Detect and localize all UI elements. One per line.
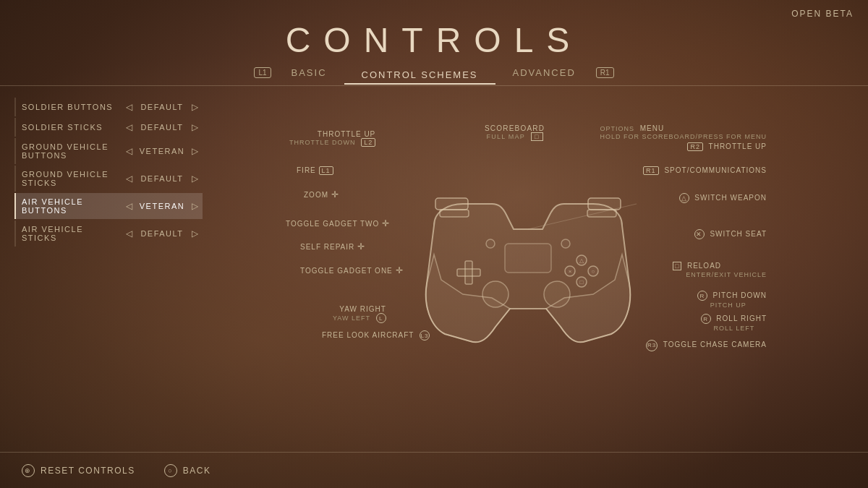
svg-rect-5 [457,269,480,276]
label-self-repair: SELF REPAIR ✛ [300,241,365,252]
label-pitch: R PITCH DOWN PITCH UP [697,291,767,309]
bottom-bar: ⊕ RESET CONTROLS ○ BACK [0,452,868,488]
menu-item-air-vehicle-sticks[interactable]: AIR VEHICLE STICKS ◁ DEFAULT ▷ [14,221,203,247]
svg-point-17 [561,239,570,248]
arrow-left-avs[interactable]: ◁ [126,228,132,239]
svg-text:□: □ [580,279,584,286]
svg-point-14 [482,281,509,307]
controller-diagram: △ ○ × □ [282,117,774,421]
svg-text:○: ○ [592,268,595,275]
arrow-right-avs[interactable]: ▷ [192,228,198,239]
label-yaw: YAW RIGHTYAW LEFT L [333,305,386,323]
label-roll: R ROLL RIGHT ROLL LEFT [701,314,767,332]
label-throttle: THROTTLE UPTHROTTLE DOWN L2 [289,130,375,147]
arrow-left-soldier-sticks[interactable]: ◁ [126,122,132,132]
label-fire: FIRE L1 [297,166,333,175]
label-reload: □ RELOAD ENTER/EXIT VEHICLE [673,262,767,278]
arrow-right-avb[interactable]: ▷ [192,201,198,211]
arrow-right-soldier-buttons[interactable]: ▷ [192,102,198,112]
tab-advanced[interactable]: ADVANCED [495,64,593,81]
svg-rect-2 [440,210,469,217]
arrow-right-gvs[interactable]: ▷ [192,174,198,184]
right-panel: △ ○ × □ [203,92,854,446]
label-chase-camera: R3 TOGGLE CHASE CAMERA [646,340,767,351]
left-panel: SOLDIER BUTTONS ◁ DEFAULT ▷ SOLDIER STIC… [14,92,203,446]
tab-icon-r1: R1 [596,67,614,78]
tabs-container: L1 BASIC CONTROL SCHEMES ADVANCED R1 [0,64,868,86]
svg-text:△: △ [579,257,584,264]
label-zoom: ZOOM ✛ [304,189,339,200]
svg-point-15 [544,281,570,307]
main-content: SOLDIER BUTTONS ◁ DEFAULT ▷ SOLDIER STIC… [0,92,868,446]
arrow-left-gvb[interactable]: ◁ [126,146,132,156]
label-switch-seat: ✕ SWITCH SEAT [694,229,767,239]
arrow-right-gvb[interactable]: ▷ [192,146,198,156]
menu-item-soldier-buttons[interactable]: SOLDIER BUTTONS ◁ DEFAULT ▷ [14,98,203,116]
menu-item-ground-vehicle-buttons[interactable]: GROUND VEHICLE BUTTONS ◁ VETERAN ▷ [14,138,203,164]
svg-rect-1 [588,198,621,210]
svg-rect-0 [435,198,468,210]
svg-text:×: × [569,268,572,275]
reset-controls-button[interactable]: ⊕ RESET CONTROLS [22,464,135,477]
menu-item-air-vehicle-buttons[interactable]: AIR VEHICLE BUTTONS ◁ VETERAN ▷ [14,193,203,219]
svg-point-18 [486,239,495,248]
arrow-right-soldier-sticks[interactable]: ▷ [192,122,198,132]
arrow-left-gvs[interactable]: ◁ [126,174,132,184]
arrow-left-avb[interactable]: ◁ [126,201,132,211]
menu-item-soldier-sticks[interactable]: SOLDIER STICKS ◁ DEFAULT ▷ [14,118,203,137]
label-toggle-gadget-one: TOGGLE GADGET ONE ✛ [300,265,404,275]
label-scoreboard: SCOREBOARD FULL MAP □ [485,124,545,141]
svg-rect-16 [505,244,551,273]
label-spot: R1 SPOT/COMMUNICATIONS [643,166,767,175]
reset-icon: ⊕ [22,464,35,477]
label-toggle-gadget-two: TOGGLE GADGET TWO ✛ [286,218,390,228]
tab-control-schemes[interactable]: CONTROL SCHEMES [344,67,495,85]
menu-item-ground-vehicle-sticks[interactable]: GROUND VEHICLE STICKS ◁ DEFAULT ▷ [14,166,203,192]
reset-controls-label: RESET CONTROLS [41,466,135,476]
label-throttle-r2: R2 THROTTLE UP [687,142,767,151]
svg-rect-3 [587,210,616,217]
page-title: CONTROLS [0,20,868,60]
tab-basic[interactable]: BASIC [274,64,344,81]
back-icon: ○ [164,464,177,477]
open-beta-label: OPEN BETA [791,9,854,19]
label-free-look: FREE LOOK AIRCRAFT L3 [322,330,430,341]
label-menu: OPTIONS MENU HOLD FOR SCOREBOARD/PRESS F… [600,124,767,140]
back-label: BACK [183,466,211,476]
top-bar: OPEN BETA [0,0,868,19]
arrow-left-soldier-buttons[interactable]: ◁ [126,102,132,112]
label-switch-weapon: △ SWITCH WEAPON [679,193,767,203]
back-button[interactable]: ○ BACK [164,464,211,477]
tab-icon-l1: L1 [254,67,271,78]
